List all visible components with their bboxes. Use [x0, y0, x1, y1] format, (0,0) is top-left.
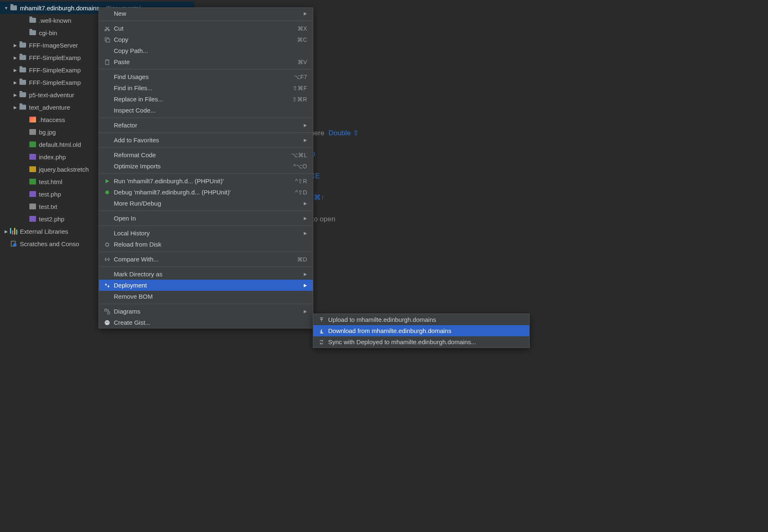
menu-item-label: New — [114, 10, 304, 17]
menu-item[interactable]: Find in Files...⇧⌘F — [99, 82, 313, 93]
menu-item-label: Cut — [114, 25, 298, 32]
menu-item-label: More Run/Debug — [114, 200, 304, 207]
menu-item-label: Remove BOM — [114, 293, 307, 300]
submenu-arrow-icon: ▶ — [304, 309, 307, 314]
run-icon — [103, 179, 111, 184]
tree-item-label: text_adventure — [29, 104, 70, 111]
submenu-arrow-icon: ▶ — [304, 272, 307, 276]
tree-item-label: test2.php — [39, 216, 65, 223]
file-icon — [29, 203, 36, 210]
upload-icon — [317, 317, 326, 323]
svg-point-1 — [13, 243, 17, 247]
tree-item-label: test.txt — [39, 203, 57, 210]
folder-icon — [19, 41, 26, 49]
menu-item[interactable]: Open In▶ — [99, 213, 313, 224]
menu-item[interactable]: Reload from Disk — [99, 239, 313, 250]
menu-shortcut: ^⇧D — [295, 189, 307, 196]
svg-point-8 — [106, 191, 109, 194]
menu-shortcut: ^⌥O — [293, 163, 307, 170]
menu-item-label: Run 'mhamilt7.edinburgh.d... (PHPUnit)' — [114, 177, 295, 185]
menu-item[interactable]: Diagrams▶ — [99, 306, 313, 317]
menu-item[interactable]: Mark Directory as▶ — [99, 268, 313, 280]
menu-shortcut: ⌘X — [298, 25, 307, 32]
menu-shortcut: ⌥F7 — [294, 74, 307, 80]
menu-item[interactable]: Paste⌘V — [99, 56, 313, 67]
menu-item[interactable]: Compare With...⌘D — [99, 254, 313, 265]
chevron-right-icon: ▶ — [12, 93, 18, 97]
svg-point-12 — [106, 322, 107, 323]
svg-rect-9 — [105, 309, 107, 311]
menu-item[interactable]: Refactor▶ — [99, 120, 313, 131]
tree-item-label: p5-text-adventur — [29, 91, 74, 98]
tree-item-label: bg.jpg — [39, 129, 56, 136]
menu-item[interactable]: Deployment▶ — [99, 280, 313, 291]
menu-item[interactable]: Remove BOM — [99, 291, 313, 302]
scratches-icon — [10, 240, 17, 247]
folder-icon — [19, 91, 26, 98]
debug-icon — [103, 189, 111, 195]
folder-icon — [29, 29, 36, 36]
menu-item[interactable]: Reformat Code⌥⌘L — [99, 149, 313, 161]
file-icon — [29, 215, 36, 223]
menu-item[interactable]: Debug 'mhamilt7.edinburgh.d... (PHPUnit)… — [99, 187, 313, 198]
chevron-right-icon: ▶ — [12, 105, 18, 110]
folder-icon — [19, 54, 26, 61]
menu-shortcut: ⌘D — [297, 256, 307, 263]
diagram-icon — [103, 309, 111, 314]
menu-item[interactable]: Optimize Imports^⌥O — [99, 161, 313, 172]
menu-item[interactable]: Run 'mhamilt7.edinburgh.d... (PHPUnit)'^… — [99, 175, 313, 187]
menu-item-label: Mark Directory as — [114, 271, 304, 278]
menu-shortcut: ⌘V — [298, 59, 307, 65]
tree-item-label: .well-known — [39, 17, 71, 24]
menu-item-label: Copy Path... — [114, 47, 307, 54]
submenu-arrow-icon: ▶ — [304, 231, 307, 235]
submenu-item-label: Upload to mhamilte.edinburgh.domains — [328, 316, 523, 323]
shortcut: ⌘↑ — [314, 194, 324, 201]
menu-shortcut: ⌘C — [297, 36, 307, 43]
menu-item-label: Add to Favorites — [114, 137, 304, 144]
menu-item[interactable]: Copy Path... — [99, 45, 313, 56]
tree-item-label: test.php — [39, 191, 61, 198]
menu-item[interactable]: Find Usages⌥F7 — [99, 71, 313, 82]
shortcut: Double ⇧ — [329, 129, 359, 137]
menu-item[interactable]: Create Gist... — [99, 317, 313, 328]
submenu-item[interactable]: Upload to mhamilte.edinburgh.domains — [313, 314, 529, 325]
menu-item[interactable]: Cut⌘X — [99, 23, 313, 34]
menu-item-label: Compare With... — [114, 256, 297, 263]
submenu-arrow-icon: ▶ — [304, 123, 307, 127]
submenu-item-label: Sync with Deployed to mhamilte.edinburgh… — [328, 338, 523, 345]
menu-item[interactable]: Add to Favorites▶ — [99, 134, 313, 146]
menu-item[interactable]: Local History▶ — [99, 228, 313, 239]
submenu-item[interactable]: Sync with Deployed to mhamilte.edinburgh… — [313, 336, 529, 347]
submenu-item[interactable]: Download from mhamilte.edinburgh.domains — [313, 325, 529, 336]
submenu-arrow-icon: ▶ — [304, 201, 307, 206]
folder-icon — [19, 66, 26, 74]
menu-item[interactable]: Copy⌘C — [99, 34, 313, 45]
folder-icon — [19, 103, 26, 111]
menu-item-label: Inspect Code... — [114, 107, 307, 114]
svg-point-13 — [108, 322, 108, 323]
menu-item-label: Copy — [114, 36, 297, 43]
menu-item-label: Debug 'mhamilt7.edinburgh.d... (PHPUnit)… — [114, 189, 295, 196]
root-label: mhamilt7.edinburgh.domains — [20, 5, 100, 12]
sync-icon — [317, 339, 326, 345]
file-icon — [29, 190, 36, 198]
submenu-arrow-icon: ▶ — [304, 138, 307, 142]
submenu-item-label: Download from mhamilte.edinburgh.domains — [328, 327, 523, 334]
menu-item[interactable]: Inspect Code... — [99, 105, 313, 116]
menu-item-label: Open In — [114, 215, 304, 222]
menu-item[interactable]: Replace in Files...⇧⌘R — [99, 93, 313, 105]
folder-icon — [19, 79, 26, 86]
svg-rect-5 — [106, 39, 110, 42]
tree-item-label: cgi-bin — [39, 29, 57, 36]
menu-item[interactable]: More Run/Debug▶ — [99, 198, 313, 209]
svg-rect-10 — [108, 312, 110, 314]
menu-shortcut: ⌥⌘L — [291, 152, 307, 158]
menu-item-label: Local History — [114, 230, 304, 237]
chevron-right-icon: ▶ — [12, 43, 18, 48]
menu-shortcut: ^⇧R — [295, 178, 307, 185]
menu-item[interactable]: New▶ — [99, 8, 313, 19]
menu-item-label: Reload from Disk — [114, 241, 307, 248]
tree-item-label: FFF-SimpleExamp — [29, 54, 81, 61]
menu-item-label: Reformat Code — [114, 151, 291, 158]
